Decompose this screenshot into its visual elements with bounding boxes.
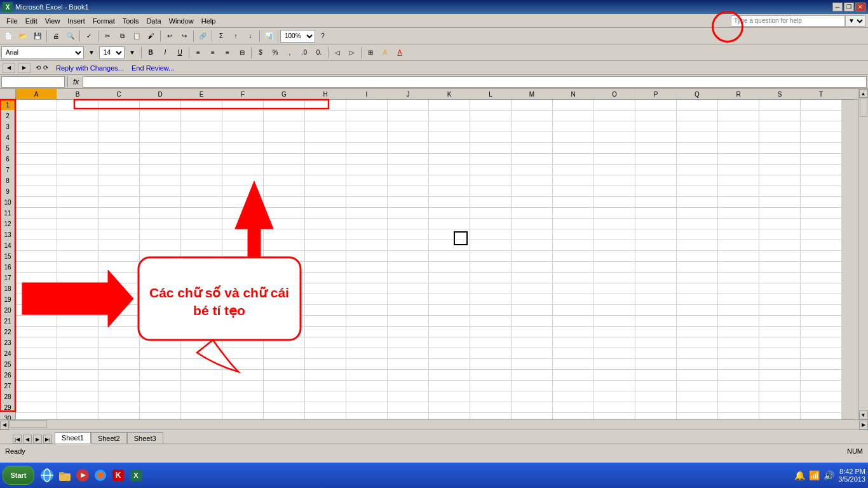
cell-P22[interactable] <box>635 327 677 337</box>
row-header-26[interactable]: 26 <box>0 370 15 381</box>
cell-A19[interactable] <box>16 294 57 305</box>
vertical-scrollbar[interactable]: ▲ ▼ <box>858 89 868 419</box>
cell-K2[interactable] <box>429 111 470 121</box>
cell-A25[interactable] <box>16 359 57 370</box>
cell-E21[interactable] <box>181 316 222 327</box>
cell-O22[interactable] <box>594 327 635 337</box>
cell-J29[interactable] <box>388 402 429 413</box>
cell-G9[interactable] <box>264 186 305 197</box>
cell-A30[interactable] <box>16 413 57 419</box>
cell-E3[interactable] <box>181 121 222 132</box>
spell-button[interactable]: ✓ <box>82 29 96 43</box>
cell-N21[interactable] <box>553 316 594 327</box>
cell-Q22[interactable] <box>677 327 718 337</box>
cell-J26[interactable] <box>388 370 429 381</box>
cell-G24[interactable] <box>264 348 305 359</box>
cell-L7[interactable] <box>470 165 512 175</box>
cell-Q27[interactable] <box>677 381 718 391</box>
cell-O11[interactable] <box>594 208 635 219</box>
cell-R17[interactable] <box>718 273 759 283</box>
cell-A12[interactable] <box>16 219 57 229</box>
cell-S16[interactable] <box>759 262 801 273</box>
cell-P2[interactable] <box>635 111 677 121</box>
cell-A2[interactable] <box>16 111 57 121</box>
cell-D22[interactable] <box>140 327 181 337</box>
cell-D11[interactable] <box>140 208 181 219</box>
cell-E16[interactable] <box>181 262 222 273</box>
cell-P20[interactable] <box>635 305 677 316</box>
hyperlink-button[interactable]: 🔗 <box>196 29 210 43</box>
percent-button[interactable]: % <box>268 46 282 60</box>
formula-input[interactable] <box>83 76 867 88</box>
cell-K20[interactable] <box>429 305 470 316</box>
cell-F7[interactable] <box>222 165 264 175</box>
cell-F8[interactable] <box>222 175 264 186</box>
cell-M20[interactable] <box>512 305 553 316</box>
cell-K6[interactable] <box>429 154 470 165</box>
cell-B14[interactable] <box>57 240 98 251</box>
row-header-13[interactable]: 13 <box>0 229 15 240</box>
cell-S21[interactable] <box>759 316 801 327</box>
cell-E7[interactable] <box>181 165 222 175</box>
cell-M5[interactable] <box>512 143 553 154</box>
cell-L11[interactable] <box>470 208 512 219</box>
cell-O8[interactable] <box>594 175 635 186</box>
cell-T6[interactable] <box>801 154 842 165</box>
cell-O30[interactable] <box>594 413 635 419</box>
cell-H20[interactable] <box>305 305 346 316</box>
cell-E10[interactable] <box>181 197 222 208</box>
cell-L26[interactable] <box>470 370 512 381</box>
cell-T21[interactable] <box>801 316 842 327</box>
cell-C16[interactable] <box>98 262 140 273</box>
cell-P6[interactable] <box>635 154 677 165</box>
cell-B7[interactable] <box>57 165 98 175</box>
cell-N13[interactable] <box>553 229 594 240</box>
col-header-P[interactable]: P <box>635 89 677 99</box>
cell-P30[interactable] <box>635 413 677 419</box>
menu-edit[interactable]: Edit <box>22 16 41 26</box>
align-center[interactable]: ≡ <box>206 46 220 60</box>
cell-I4[interactable] <box>346 132 388 143</box>
cell-N4[interactable] <box>553 132 594 143</box>
col-header-F[interactable]: F <box>222 89 264 99</box>
row-header-11[interactable]: 11 <box>0 208 15 219</box>
cell-G29[interactable] <box>264 402 305 413</box>
cell-A6[interactable] <box>16 154 57 165</box>
cell-N14[interactable] <box>553 240 594 251</box>
cell-C25[interactable] <box>98 359 140 370</box>
cell-R8[interactable] <box>718 175 759 186</box>
cell-R6[interactable] <box>718 154 759 165</box>
restore-button[interactable]: ❐ <box>844 3 854 11</box>
cell-J11[interactable] <box>388 208 429 219</box>
cell-A7[interactable] <box>16 165 57 175</box>
cell-L13[interactable] <box>470 229 512 240</box>
cell-B11[interactable] <box>57 208 98 219</box>
cell-L19[interactable] <box>470 294 512 305</box>
cell-O7[interactable] <box>594 165 635 175</box>
cell-I23[interactable] <box>346 337 388 348</box>
cell-M23[interactable] <box>512 337 553 348</box>
cell-R3[interactable] <box>718 121 759 132</box>
cell-B9[interactable] <box>57 186 98 197</box>
cell-Q17[interactable] <box>677 273 718 283</box>
cell-C5[interactable] <box>98 143 140 154</box>
cell-Q25[interactable] <box>677 359 718 370</box>
cell-O4[interactable] <box>594 132 635 143</box>
cell-G16[interactable] <box>264 262 305 273</box>
menu-data[interactable]: Data <box>142 16 165 26</box>
cell-D2[interactable] <box>140 111 181 121</box>
cell-E29[interactable] <box>181 402 222 413</box>
cell-F14[interactable] <box>222 240 264 251</box>
cell-D6[interactable] <box>140 154 181 165</box>
cell-C9[interactable] <box>98 186 140 197</box>
cell-T12[interactable] <box>801 219 842 229</box>
help-search-input[interactable] <box>731 15 845 27</box>
font-color-button[interactable]: A <box>393 46 407 60</box>
cell-P25[interactable] <box>635 359 677 370</box>
cell-B10[interactable] <box>57 197 98 208</box>
cell-F22[interactable] <box>222 327 264 337</box>
cell-K22[interactable] <box>429 327 470 337</box>
cell-F6[interactable] <box>222 154 264 165</box>
cell-L6[interactable] <box>470 154 512 165</box>
cell-O16[interactable] <box>594 262 635 273</box>
